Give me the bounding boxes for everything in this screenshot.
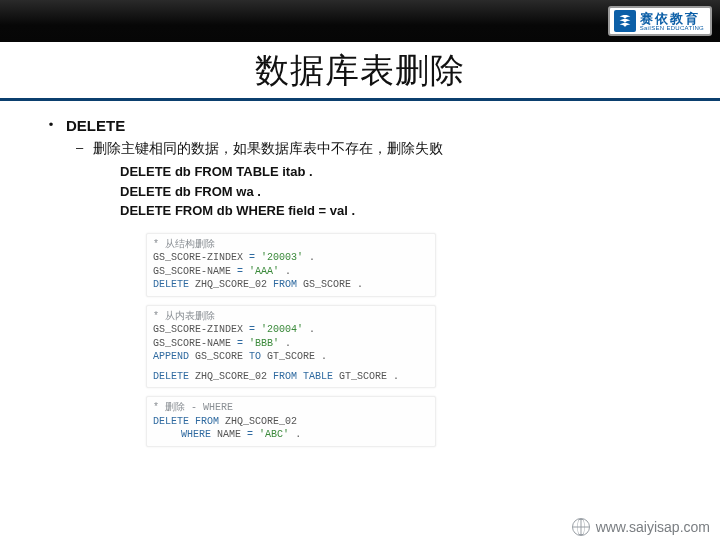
title-bar: 数据库表删除 [0, 42, 720, 101]
bullet-l1: DELETE [66, 117, 125, 134]
snippet-1: * 从结构删除 GS_SCORE-ZINDEX = '20003' . GS_S… [146, 233, 436, 297]
brand-logo: 赛依教育 SaiISEN EDUCATING [608, 6, 712, 36]
snippet-3: * 删除 - WHERE DELETE FROM ZHQ_SCORE_02 WH… [146, 396, 436, 447]
code-line-1: DELETE db FROM TABLE itab . [120, 162, 692, 182]
globe-icon [572, 518, 590, 536]
comment: * 从结构删除 [153, 239, 215, 250]
top-bar: 赛依教育 SaiISEN EDUCATING [0, 0, 720, 42]
footer: www.saiyisap.com [572, 518, 710, 536]
code-snippets: * 从结构删除 GS_SCORE-ZINDEX = '20003' . GS_S… [146, 233, 436, 447]
logo-icon [614, 10, 636, 32]
logo-text-cn: 赛依教育 [640, 12, 704, 25]
bullet-l2: 删除主键相同的数据，如果数据库表中不存在，删除失败 [93, 140, 443, 158]
code-line-3: DELETE FROM db WHERE field = val . [120, 201, 692, 221]
page-title: 数据库表删除 [0, 48, 720, 94]
footer-url: www.saiyisap.com [596, 519, 710, 535]
snippet-2: * 从内表删除 GS_SCORE-ZINDEX = '20004' . GS_S… [146, 305, 436, 389]
comment: * 删除 - WHERE [153, 402, 233, 413]
bullet-dot-icon: • [48, 117, 54, 134]
code-line-2: DELETE db FROM wa . [120, 182, 692, 202]
syntax-block: DELETE db FROM TABLE itab . DELETE db FR… [120, 162, 692, 221]
bullet-dash-icon: – [76, 140, 83, 158]
comment: * 从内表删除 [153, 311, 215, 322]
logo-text-en: SaiISEN EDUCATING [640, 25, 704, 31]
content-area: • DELETE – 删除主键相同的数据，如果数据库表中不存在，删除失败 DEL… [0, 101, 720, 447]
